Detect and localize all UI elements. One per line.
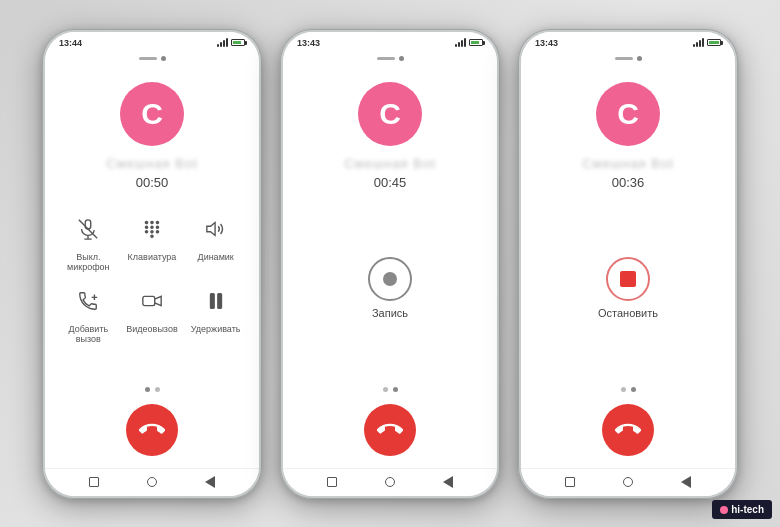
speaker-notch: [139, 57, 157, 60]
svg-point-11: [151, 230, 153, 232]
contact-name-1: Смешная Bot: [106, 156, 198, 171]
nav-recent-icon-2[interactable]: [441, 475, 455, 489]
status-bar-1: 13:44: [45, 32, 259, 54]
svg-point-7: [145, 226, 147, 228]
stop-btn-wrap[interactable]: Остановить: [598, 257, 658, 319]
signal-icon: [217, 38, 228, 47]
signal-icon-3: [693, 38, 704, 47]
svg-point-4: [145, 221, 147, 223]
nav-back-icon-2[interactable]: [325, 475, 339, 489]
svg-point-6: [156, 221, 158, 223]
nav-recent-icon-3[interactable]: [679, 475, 693, 489]
signal-icon-2: [455, 38, 466, 47]
svg-rect-19: [217, 293, 221, 308]
phone-2: 13:43 C: [280, 29, 500, 499]
record-label-2: Запись: [372, 307, 408, 319]
status-icons-2: [455, 38, 483, 47]
nav-home-icon-3[interactable]: [621, 475, 635, 489]
dialpad-btn[interactable]: Клавиатура: [123, 210, 182, 272]
status-time-2: 13:43: [297, 38, 320, 48]
svg-point-8: [151, 226, 153, 228]
camera-notch: [161, 56, 166, 61]
nav-recent-icon[interactable]: [203, 475, 217, 489]
avatar-2: C: [358, 82, 422, 146]
mic-off-btn[interactable]: Выкл. микрофон: [59, 210, 118, 272]
svg-marker-14: [206, 222, 214, 235]
stop-circle-icon: [606, 257, 650, 301]
svg-point-13: [151, 235, 153, 237]
call-timer-2: 00:45: [374, 175, 407, 190]
camera-notch-2: [399, 56, 404, 61]
record-dot-icon: [383, 272, 397, 286]
notch-1: [122, 54, 182, 64]
avatar-1: C: [120, 82, 184, 146]
video-call-btn[interactable]: Видеовызов: [123, 282, 182, 344]
dots-1: [145, 387, 160, 392]
avatar-3: C: [596, 82, 660, 146]
controls-grid-1: Выкл. микрофон: [45, 190, 259, 364]
camera-notch-3: [637, 56, 642, 61]
svg-point-9: [156, 226, 158, 228]
stop-square-icon: [620, 271, 636, 287]
stop-area-3: Остановить: [598, 255, 658, 321]
battery-icon: [231, 39, 245, 46]
nav-home-icon[interactable]: [145, 475, 159, 489]
scene: 13:44: [0, 0, 780, 527]
status-icons-1: [217, 38, 245, 47]
nav-back-icon[interactable]: [87, 475, 101, 489]
svg-rect-18: [210, 293, 214, 308]
call-timer-1: 00:50: [136, 175, 169, 190]
call-timer-3: 00:36: [612, 175, 645, 190]
phone-3: 13:43 C: [518, 29, 738, 499]
record-circle-icon: [368, 257, 412, 301]
speaker-btn[interactable]: Динамик: [186, 210, 245, 272]
record-area-2: Запись: [368, 255, 412, 321]
add-call-btn[interactable]: Добавить вызов: [59, 282, 118, 344]
status-bar-2: 13:43: [283, 32, 497, 54]
contact-name-3: Смешная Bot: [582, 156, 674, 171]
end-call-btn-1[interactable]: [126, 404, 178, 456]
svg-point-5: [151, 221, 153, 223]
battery-icon-3: [707, 39, 721, 46]
speaker-notch-3: [615, 57, 633, 60]
phone-1: 13:44: [42, 29, 262, 499]
watermark: hi-tech: [712, 500, 772, 519]
contact-name-2: Смешная Bot: [344, 156, 436, 171]
svg-rect-3: [86, 219, 92, 228]
nav-bar-1: [45, 468, 259, 496]
svg-point-10: [145, 230, 147, 232]
call-screen-1: C Смешная Bot 00:50 Выкл. микрофон: [45, 54, 259, 468]
dots-3: [621, 387, 636, 392]
nav-bar-3: [521, 468, 735, 496]
notch-2: [360, 54, 420, 64]
call-screen-2: C Смешная Bot 00:45 Запись: [283, 54, 497, 468]
status-bar-3: 13:43: [521, 32, 735, 54]
speaker-notch-2: [377, 57, 395, 60]
stop-label-3: Остановить: [598, 307, 658, 319]
status-time-1: 13:44: [59, 38, 82, 48]
svg-point-12: [156, 230, 158, 232]
nav-bar-2: [283, 468, 497, 496]
nav-home-icon-2[interactable]: [383, 475, 397, 489]
battery-icon-2: [469, 39, 483, 46]
status-icons-3: [693, 38, 721, 47]
dots-2: [383, 387, 398, 392]
notch-3: [598, 54, 658, 64]
svg-rect-17: [143, 296, 155, 305]
hold-btn[interactable]: Удерживать: [186, 282, 245, 344]
call-screen-3: C Смешная Bot 00:36 Остановить: [521, 54, 735, 468]
record-btn-wrap[interactable]: Запись: [368, 257, 412, 319]
watermark-text: hi-tech: [731, 504, 764, 515]
nav-back-icon-3[interactable]: [563, 475, 577, 489]
end-call-btn-2[interactable]: [364, 404, 416, 456]
status-time-3: 13:43: [535, 38, 558, 48]
end-call-btn-3[interactable]: [602, 404, 654, 456]
watermark-dot: [720, 506, 728, 514]
